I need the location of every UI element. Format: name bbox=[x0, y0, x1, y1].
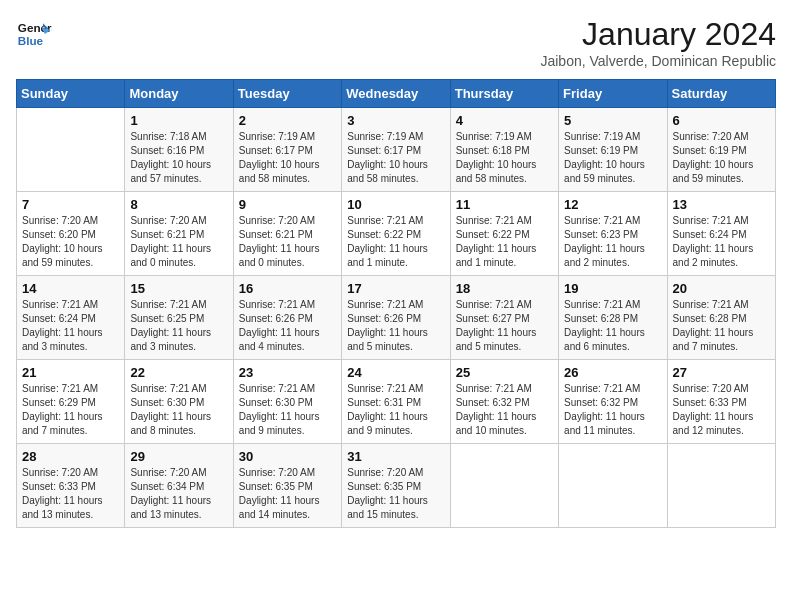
day-number: 6 bbox=[673, 113, 770, 128]
day-info: Sunrise: 7:21 AM Sunset: 6:32 PM Dayligh… bbox=[456, 382, 553, 438]
calendar-cell: 4Sunrise: 7:19 AM Sunset: 6:18 PM Daylig… bbox=[450, 108, 558, 192]
day-number: 4 bbox=[456, 113, 553, 128]
calendar-cell: 3Sunrise: 7:19 AM Sunset: 6:17 PM Daylig… bbox=[342, 108, 450, 192]
calendar-cell: 7Sunrise: 7:20 AM Sunset: 6:20 PM Daylig… bbox=[17, 192, 125, 276]
day-header-wednesday: Wednesday bbox=[342, 80, 450, 108]
week-row-3: 14Sunrise: 7:21 AM Sunset: 6:24 PM Dayli… bbox=[17, 276, 776, 360]
calendar-cell: 17Sunrise: 7:21 AM Sunset: 6:26 PM Dayli… bbox=[342, 276, 450, 360]
calendar-cell: 24Sunrise: 7:21 AM Sunset: 6:31 PM Dayli… bbox=[342, 360, 450, 444]
day-info: Sunrise: 7:19 AM Sunset: 6:18 PM Dayligh… bbox=[456, 130, 553, 186]
calendar-cell bbox=[450, 444, 558, 528]
day-info: Sunrise: 7:21 AM Sunset: 6:22 PM Dayligh… bbox=[456, 214, 553, 270]
calendar-cell: 18Sunrise: 7:21 AM Sunset: 6:27 PM Dayli… bbox=[450, 276, 558, 360]
day-info: Sunrise: 7:19 AM Sunset: 6:19 PM Dayligh… bbox=[564, 130, 661, 186]
day-info: Sunrise: 7:20 AM Sunset: 6:35 PM Dayligh… bbox=[347, 466, 444, 522]
day-info: Sunrise: 7:21 AM Sunset: 6:25 PM Dayligh… bbox=[130, 298, 227, 354]
day-info: Sunrise: 7:20 AM Sunset: 6:34 PM Dayligh… bbox=[130, 466, 227, 522]
day-info: Sunrise: 7:19 AM Sunset: 6:17 PM Dayligh… bbox=[347, 130, 444, 186]
day-info: Sunrise: 7:21 AM Sunset: 6:27 PM Dayligh… bbox=[456, 298, 553, 354]
day-info: Sunrise: 7:21 AM Sunset: 6:23 PM Dayligh… bbox=[564, 214, 661, 270]
calendar-cell: 8Sunrise: 7:20 AM Sunset: 6:21 PM Daylig… bbox=[125, 192, 233, 276]
day-header-saturday: Saturday bbox=[667, 80, 775, 108]
calendar-cell: 31Sunrise: 7:20 AM Sunset: 6:35 PM Dayli… bbox=[342, 444, 450, 528]
day-header-friday: Friday bbox=[559, 80, 667, 108]
day-info: Sunrise: 7:21 AM Sunset: 6:26 PM Dayligh… bbox=[239, 298, 336, 354]
calendar-cell: 30Sunrise: 7:20 AM Sunset: 6:35 PM Dayli… bbox=[233, 444, 341, 528]
logo-icon: General Blue bbox=[16, 16, 52, 52]
day-info: Sunrise: 7:21 AM Sunset: 6:28 PM Dayligh… bbox=[673, 298, 770, 354]
day-info: Sunrise: 7:20 AM Sunset: 6:19 PM Dayligh… bbox=[673, 130, 770, 186]
day-info: Sunrise: 7:21 AM Sunset: 6:30 PM Dayligh… bbox=[239, 382, 336, 438]
week-row-2: 7Sunrise: 7:20 AM Sunset: 6:20 PM Daylig… bbox=[17, 192, 776, 276]
day-info: Sunrise: 7:21 AM Sunset: 6:22 PM Dayligh… bbox=[347, 214, 444, 270]
day-number: 27 bbox=[673, 365, 770, 380]
day-info: Sunrise: 7:20 AM Sunset: 6:33 PM Dayligh… bbox=[22, 466, 119, 522]
calendar-cell: 28Sunrise: 7:20 AM Sunset: 6:33 PM Dayli… bbox=[17, 444, 125, 528]
calendar-cell: 12Sunrise: 7:21 AM Sunset: 6:23 PM Dayli… bbox=[559, 192, 667, 276]
calendar-cell bbox=[559, 444, 667, 528]
week-row-5: 28Sunrise: 7:20 AM Sunset: 6:33 PM Dayli… bbox=[17, 444, 776, 528]
day-number: 21 bbox=[22, 365, 119, 380]
day-number: 11 bbox=[456, 197, 553, 212]
day-info: Sunrise: 7:20 AM Sunset: 6:20 PM Dayligh… bbox=[22, 214, 119, 270]
day-info: Sunrise: 7:21 AM Sunset: 6:26 PM Dayligh… bbox=[347, 298, 444, 354]
week-row-1: 1Sunrise: 7:18 AM Sunset: 6:16 PM Daylig… bbox=[17, 108, 776, 192]
day-number: 17 bbox=[347, 281, 444, 296]
calendar-cell: 22Sunrise: 7:21 AM Sunset: 6:30 PM Dayli… bbox=[125, 360, 233, 444]
day-info: Sunrise: 7:20 AM Sunset: 6:35 PM Dayligh… bbox=[239, 466, 336, 522]
page-header: General Blue January 2024 Jaibon, Valver… bbox=[16, 16, 776, 69]
day-number: 19 bbox=[564, 281, 661, 296]
calendar-cell: 19Sunrise: 7:21 AM Sunset: 6:28 PM Dayli… bbox=[559, 276, 667, 360]
day-number: 24 bbox=[347, 365, 444, 380]
day-number: 10 bbox=[347, 197, 444, 212]
day-info: Sunrise: 7:21 AM Sunset: 6:24 PM Dayligh… bbox=[673, 214, 770, 270]
month-title: January 2024 bbox=[540, 16, 776, 53]
title-block: January 2024 Jaibon, Valverde, Dominican… bbox=[540, 16, 776, 69]
day-info: Sunrise: 7:20 AM Sunset: 6:21 PM Dayligh… bbox=[130, 214, 227, 270]
day-info: Sunrise: 7:20 AM Sunset: 6:33 PM Dayligh… bbox=[673, 382, 770, 438]
day-number: 8 bbox=[130, 197, 227, 212]
logo: General Blue bbox=[16, 16, 52, 52]
calendar-cell: 9Sunrise: 7:20 AM Sunset: 6:21 PM Daylig… bbox=[233, 192, 341, 276]
day-number: 1 bbox=[130, 113, 227, 128]
day-number: 31 bbox=[347, 449, 444, 464]
day-number: 28 bbox=[22, 449, 119, 464]
calendar-cell: 10Sunrise: 7:21 AM Sunset: 6:22 PM Dayli… bbox=[342, 192, 450, 276]
calendar-table: SundayMondayTuesdayWednesdayThursdayFrid… bbox=[16, 79, 776, 528]
calendar-cell: 21Sunrise: 7:21 AM Sunset: 6:29 PM Dayli… bbox=[17, 360, 125, 444]
day-number: 2 bbox=[239, 113, 336, 128]
location-subtitle: Jaibon, Valverde, Dominican Republic bbox=[540, 53, 776, 69]
day-number: 5 bbox=[564, 113, 661, 128]
day-header-sunday: Sunday bbox=[17, 80, 125, 108]
day-header-thursday: Thursday bbox=[450, 80, 558, 108]
day-info: Sunrise: 7:21 AM Sunset: 6:30 PM Dayligh… bbox=[130, 382, 227, 438]
calendar-cell bbox=[667, 444, 775, 528]
calendar-cell: 26Sunrise: 7:21 AM Sunset: 6:32 PM Dayli… bbox=[559, 360, 667, 444]
day-number: 15 bbox=[130, 281, 227, 296]
calendar-cell: 20Sunrise: 7:21 AM Sunset: 6:28 PM Dayli… bbox=[667, 276, 775, 360]
calendar-cell: 14Sunrise: 7:21 AM Sunset: 6:24 PM Dayli… bbox=[17, 276, 125, 360]
day-info: Sunrise: 7:21 AM Sunset: 6:28 PM Dayligh… bbox=[564, 298, 661, 354]
calendar-cell: 11Sunrise: 7:21 AM Sunset: 6:22 PM Dayli… bbox=[450, 192, 558, 276]
calendar-cell: 5Sunrise: 7:19 AM Sunset: 6:19 PM Daylig… bbox=[559, 108, 667, 192]
day-info: Sunrise: 7:21 AM Sunset: 6:32 PM Dayligh… bbox=[564, 382, 661, 438]
svg-text:Blue: Blue bbox=[18, 34, 44, 47]
calendar-cell: 25Sunrise: 7:21 AM Sunset: 6:32 PM Dayli… bbox=[450, 360, 558, 444]
day-number: 20 bbox=[673, 281, 770, 296]
day-number: 3 bbox=[347, 113, 444, 128]
day-info: Sunrise: 7:21 AM Sunset: 6:29 PM Dayligh… bbox=[22, 382, 119, 438]
day-number: 16 bbox=[239, 281, 336, 296]
calendar-cell: 1Sunrise: 7:18 AM Sunset: 6:16 PM Daylig… bbox=[125, 108, 233, 192]
day-header-tuesday: Tuesday bbox=[233, 80, 341, 108]
days-header-row: SundayMondayTuesdayWednesdayThursdayFrid… bbox=[17, 80, 776, 108]
calendar-cell: 16Sunrise: 7:21 AM Sunset: 6:26 PM Dayli… bbox=[233, 276, 341, 360]
day-number: 9 bbox=[239, 197, 336, 212]
calendar-cell bbox=[17, 108, 125, 192]
calendar-cell: 15Sunrise: 7:21 AM Sunset: 6:25 PM Dayli… bbox=[125, 276, 233, 360]
day-info: Sunrise: 7:19 AM Sunset: 6:17 PM Dayligh… bbox=[239, 130, 336, 186]
day-number: 29 bbox=[130, 449, 227, 464]
day-number: 18 bbox=[456, 281, 553, 296]
calendar-cell: 2Sunrise: 7:19 AM Sunset: 6:17 PM Daylig… bbox=[233, 108, 341, 192]
day-number: 26 bbox=[564, 365, 661, 380]
day-info: Sunrise: 7:18 AM Sunset: 6:16 PM Dayligh… bbox=[130, 130, 227, 186]
